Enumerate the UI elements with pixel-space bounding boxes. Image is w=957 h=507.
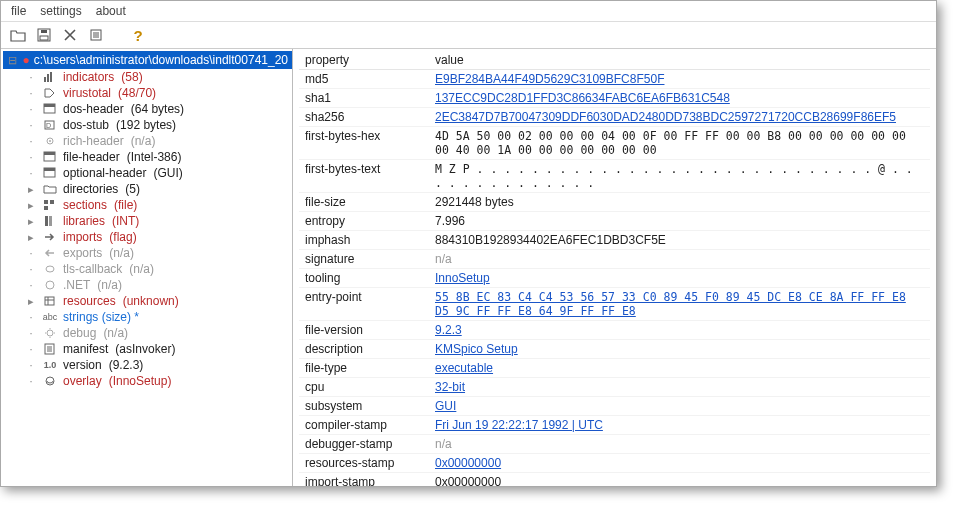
expand-icon: · bbox=[25, 135, 37, 147]
svg-rect-19 bbox=[44, 206, 48, 210]
tree-item-label: file-header bbox=[63, 150, 120, 164]
prop-value-link[interactable]: GUI bbox=[435, 399, 456, 413]
tree-item-virustotal[interactable]: ·virustotal(48/70) bbox=[25, 85, 292, 101]
svg-rect-17 bbox=[44, 200, 48, 204]
svg-rect-2 bbox=[41, 30, 47, 33]
open-folder-button[interactable] bbox=[9, 26, 27, 44]
prop-row-description: descriptionKMSpico Setup bbox=[299, 340, 930, 359]
svg-rect-23 bbox=[45, 297, 54, 305]
tree-item-debug[interactable]: ·debug(n/a) bbox=[25, 325, 292, 341]
prop-value: 4D 5A 50 00 02 00 00 00 04 00 0F 00 FF F… bbox=[435, 129, 906, 157]
tree-item-file-header[interactable]: ·file-header(Intel-386) bbox=[25, 149, 292, 165]
tree-item-dos-header[interactable]: ·dos-header(64 bytes) bbox=[25, 101, 292, 117]
hdr-icon bbox=[42, 102, 58, 116]
tree-item-version[interactable]: ·1.0version(9.2.3) bbox=[25, 357, 292, 373]
tree-item-indicators[interactable]: ·indicators(58) bbox=[25, 69, 292, 85]
tree-item-libraries[interactable]: ▸libraries(INT) bbox=[25, 213, 292, 229]
prop-key: tooling bbox=[299, 269, 429, 288]
expand-icon[interactable]: ▸ bbox=[25, 199, 37, 212]
tree-item--NET[interactable]: ·.NET(n/a) bbox=[25, 277, 292, 293]
svg-point-24 bbox=[47, 330, 53, 336]
tree-item-count: (GUI) bbox=[153, 166, 182, 180]
tree-item-label: resources bbox=[63, 294, 116, 308]
expand-icon: · bbox=[25, 343, 37, 355]
save-button[interactable] bbox=[35, 26, 53, 44]
prop-row-resources-stamp: resources-stamp0x00000000 bbox=[299, 454, 930, 473]
tree-item-directories[interactable]: ▸directories(5) bbox=[25, 181, 292, 197]
tree-item-strings-size-[interactable]: ·abcstrings (size) * bbox=[25, 309, 292, 325]
tree-item-resources[interactable]: ▸resources(unknown) bbox=[25, 293, 292, 309]
prop-row-file-size: file-size2921448 bytes bbox=[299, 193, 930, 212]
menu-settings[interactable]: settings bbox=[40, 4, 81, 18]
delete-button[interactable] bbox=[61, 26, 79, 44]
tree-item-label: manifest bbox=[63, 342, 108, 356]
menu-about[interactable]: about bbox=[96, 4, 126, 18]
prop-value-link[interactable]: 32-bit bbox=[435, 380, 465, 394]
tree-item-label: dos-header bbox=[63, 102, 124, 116]
svg-rect-1 bbox=[40, 36, 48, 40]
svg-point-22 bbox=[46, 281, 54, 289]
toolbar: ? bbox=[1, 22, 936, 49]
prop-row-signature: signaturen/a bbox=[299, 250, 930, 269]
expand-icon: · bbox=[25, 375, 37, 387]
tree-item-label: tls-callback bbox=[63, 262, 122, 276]
exp-icon bbox=[42, 246, 58, 260]
prop-key: first-bytes-text bbox=[299, 160, 429, 193]
tree-item-label: dos-stub bbox=[63, 118, 109, 132]
prop-row-imphash: imphash884310B1928934402EA6FEC1DBD3CF5E bbox=[299, 231, 930, 250]
svg-rect-5 bbox=[47, 74, 49, 82]
ovl-icon bbox=[42, 374, 58, 388]
tree-item-dos-stub[interactable]: ·Ddos-stub(192 bytes) bbox=[25, 117, 292, 133]
expand-icon: · bbox=[25, 87, 37, 99]
prop-row-md5: md5E9BF284BA44F49D5629C3109BFC8F50F bbox=[299, 70, 930, 89]
tree-item-exports[interactable]: ·exports(n/a) bbox=[25, 245, 292, 261]
abc-icon: abc bbox=[42, 310, 58, 324]
expand-icon[interactable]: ▸ bbox=[25, 183, 37, 196]
tree-item-tls-callback[interactable]: ·tls-callback(n/a) bbox=[25, 261, 292, 277]
prop-value-link[interactable]: InnoSetup bbox=[435, 271, 490, 285]
prop-value-link[interactable]: E9BF284BA44F49D5629C3109BFC8F50F bbox=[435, 72, 664, 86]
prop-key: debugger-stamp bbox=[299, 435, 429, 454]
menu-file[interactable]: file bbox=[11, 4, 26, 18]
tree-item-imports[interactable]: ▸imports(flag) bbox=[25, 229, 292, 245]
prop-value-link[interactable]: 137ECC9DC28D1FFD3C86634FABC6EA6FB631C548 bbox=[435, 91, 730, 105]
expand-icon: · bbox=[25, 167, 37, 179]
prop-value-link[interactable]: 9.2.3 bbox=[435, 323, 462, 337]
tree-item-sections[interactable]: ▸sections(file) bbox=[25, 197, 292, 213]
tree-item-overlay[interactable]: ·overlay(InnoSetup) bbox=[25, 373, 292, 389]
expand-icon[interactable]: ▸ bbox=[25, 215, 37, 228]
prop-value-link[interactable]: 55 8B EC 83 C4 C4 53 56 57 33 C0 89 45 F… bbox=[435, 290, 906, 318]
tree-item-count: (file) bbox=[114, 198, 137, 212]
prop-key: sha256 bbox=[299, 108, 429, 127]
expand-icon: · bbox=[25, 103, 37, 115]
tree-item-rich-header[interactable]: ·rich-header(n/a) bbox=[25, 133, 292, 149]
prop-row-file-version: file-version9.2.3 bbox=[299, 321, 930, 340]
expand-icon: · bbox=[25, 263, 37, 275]
tree-item-count: (58) bbox=[121, 70, 142, 84]
expand-icon[interactable]: ▸ bbox=[25, 231, 37, 244]
collapse-icon[interactable]: ⊟ bbox=[7, 54, 19, 67]
prop-value-link[interactable]: executable bbox=[435, 361, 493, 375]
help-button[interactable]: ? bbox=[129, 26, 147, 44]
prop-row-first-bytes-text: first-bytes-textM Z P . . . . . . . . . … bbox=[299, 160, 930, 193]
tree-root[interactable]: ⊟ ● c:\users\administrator\downloads\ind… bbox=[3, 51, 292, 69]
prop-value: M Z P . . . . . . . . . . . . . . . . . … bbox=[435, 162, 913, 190]
prop-value: 2921448 bytes bbox=[435, 195, 514, 209]
prop-value-link[interactable]: Fri Jun 19 22:22:17 1992 | UTC bbox=[435, 418, 603, 432]
fhdr-icon bbox=[42, 150, 58, 164]
tree-item-count: (unknown) bbox=[123, 294, 179, 308]
tree-item-manifest[interactable]: ·manifest(asInvoker) bbox=[25, 341, 292, 357]
tls-icon bbox=[42, 262, 58, 276]
expand-icon[interactable]: ▸ bbox=[25, 295, 37, 308]
list-button[interactable] bbox=[87, 26, 105, 44]
prop-value-link[interactable]: KMSpico Setup bbox=[435, 342, 518, 356]
tree-item-optional-header[interactable]: ·optional-header(GUI) bbox=[25, 165, 292, 181]
prop-value-link[interactable]: 2EC3847D7B70047309DDF6030DAD2480DD738BDC… bbox=[435, 110, 896, 124]
prop-value-link[interactable]: 0x00000000 bbox=[435, 456, 501, 470]
net-icon bbox=[42, 278, 58, 292]
tree-item-count: (n/a) bbox=[109, 246, 134, 260]
stub-icon: D bbox=[42, 118, 58, 132]
prop-key: compiler-stamp bbox=[299, 416, 429, 435]
prop-row-sha256: sha2562EC3847D7B70047309DDF6030DAD2480DD… bbox=[299, 108, 930, 127]
prop-row-import-stamp: import-stamp0x00000000 bbox=[299, 473, 930, 487]
